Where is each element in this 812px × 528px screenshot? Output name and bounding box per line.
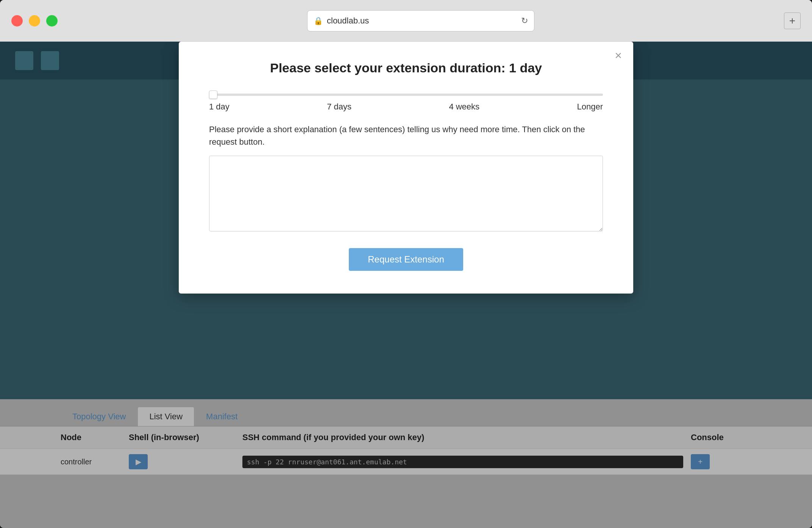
minimize-traffic-light[interactable] [29,15,40,27]
modal-backdrop: × Please select your extension duration:… [0,42,812,528]
page-content: Topology View List View Manifest Node Sh… [0,42,812,528]
traffic-lights [11,15,58,27]
address-bar-wrapper: 🔒 cloudlab.us ↻ [65,10,776,31]
slider-track-wrapper [209,91,603,97]
reason-textarea[interactable] [209,156,603,231]
refresh-icon[interactable]: ↻ [521,16,528,26]
extension-modal: × Please select your extension duration:… [179,42,633,294]
lock-icon: 🔒 [314,16,323,25]
new-tab-button[interactable]: + [784,12,801,29]
slider-container: 1 day 7 days 4 weeks Longer [209,91,603,112]
slider-label-longer: Longer [577,102,603,112]
url-text: cloudlab.us [327,16,369,26]
address-bar[interactable]: 🔒 cloudlab.us ↻ [307,10,534,31]
duration-slider[interactable] [209,94,603,96]
close-traffic-light[interactable] [11,15,23,27]
slider-label-1day: 1 day [209,102,230,112]
browser-titlebar: 🔒 cloudlab.us ↻ + [0,0,812,42]
request-extension-button[interactable]: Request Extension [349,248,463,271]
slider-label-7days: 7 days [327,102,351,112]
modal-close-button[interactable]: × [615,49,622,61]
slider-labels: 1 day 7 days 4 weeks Longer [209,102,603,112]
explanation-prompt: Please provide a short explanation (a fe… [209,123,603,148]
slider-label-4weeks: 4 weeks [449,102,479,112]
modal-title: Please select your extension duration: 1… [209,61,603,75]
maximize-traffic-light[interactable] [46,15,58,27]
browser-window: 🔒 cloudlab.us ↻ + Topology [0,0,812,528]
